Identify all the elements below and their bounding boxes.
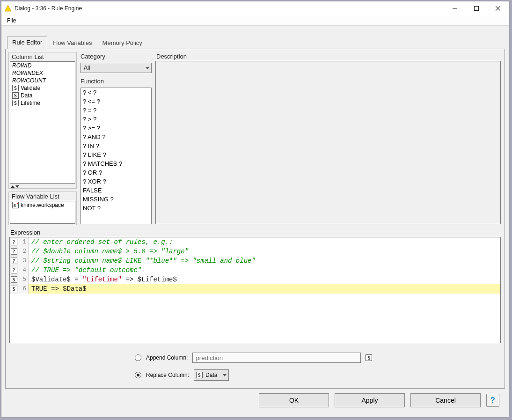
code-line[interactable]: S5$Validate$ = "Lifetime" => $Lifetime$ — [10, 275, 500, 284]
tabs-strip: Rule Editor Flow Variables Memory Policy — [5, 36, 505, 49]
line-number: 5 — [18, 275, 29, 284]
string-type-icon: S — [366, 354, 372, 361]
client-area: Rule Editor Flow Variables Memory Policy… — [1, 26, 509, 417]
column-list-item[interactable]: ROWINDEX — [10, 69, 75, 77]
column-list-item[interactable]: SValidate — [10, 84, 75, 92]
replace-column-radio[interactable] — [135, 372, 141, 378]
chevron-down-icon — [223, 374, 227, 376]
function-list-item[interactable]: ? = ? — [81, 106, 151, 115]
description-title: Description — [155, 52, 502, 61]
append-column-radio[interactable] — [135, 354, 141, 361]
tab-body: Column List ROWIDROWINDEXROWCOUNTSValida… — [5, 49, 505, 389]
string-type-icon: S — [12, 92, 19, 99]
function-list-item[interactable]: ? XOR ? — [81, 177, 151, 186]
window: Dialog - 3:36 - Rule Engine File Rule Ed… — [1, 1, 509, 417]
function-list-item[interactable]: FALSE — [81, 186, 151, 195]
replace-column-value: Data — [205, 372, 217, 378]
line-number: 1 — [18, 237, 29, 247]
column-list-item[interactable]: ROWCOUNT — [10, 77, 75, 84]
column-list[interactable]: ROWIDROWINDEXROWCOUNTSValidateSDataSLife… — [10, 61, 75, 184]
column-list-item-label: ROWCOUNT — [12, 77, 46, 84]
code-text[interactable]: $Validate$ = "Lifetime" => $Lifetime$ — [29, 275, 500, 284]
column-list-item[interactable]: SData — [10, 92, 75, 99]
column-list-item-label: ROWINDEX — [12, 70, 43, 76]
column-list-item-label: Lifetime — [21, 100, 40, 106]
dialog-footer: OK Apply Cancel ? — [5, 389, 505, 413]
append-column-label: Append Column: — [146, 354, 188, 361]
code-text[interactable]: TRUE => $Data$ — [29, 284, 500, 294]
app-icon — [4, 5, 12, 12]
svg-rect-2 — [475, 7, 479, 11]
function-list[interactable]: ? < ?? <= ?? = ?? > ?? >= ?? AND ?? IN ?… — [80, 88, 152, 224]
column-list-item[interactable]: ROWID — [10, 62, 75, 69]
expression-title: Expression — [8, 228, 502, 237]
svg-marker-0 — [5, 5, 11, 11]
function-list-item[interactable]: MISSING ? — [81, 195, 151, 204]
function-list-item[interactable]: ? > ? — [81, 115, 151, 124]
function-list-item[interactable]: ? MATCHES ? — [81, 159, 151, 168]
column-list-item-label: Data — [21, 92, 32, 99]
titlebar: Dialog - 3:36 - Rule Engine — [1, 1, 509, 15]
function-list-item[interactable]: ? < ? — [81, 88, 151, 97]
output-options: Append Column: S Replace Column: S Data — [8, 344, 502, 385]
function-list-item[interactable]: ? >= ? — [81, 124, 151, 133]
function-list-item[interactable]: ? AND ? — [81, 133, 151, 141]
window-title: Dialog - 3:36 - Rule Engine — [15, 5, 82, 12]
code-line[interactable]: ?3// $string column name$ LIKE "*blue*" … — [10, 256, 500, 265]
category-selected: All — [84, 65, 90, 71]
splitter-handle[interactable] — [9, 184, 76, 188]
function-list-item[interactable]: ? OR ? — [81, 168, 151, 177]
column-list-item-label: Validate — [21, 85, 40, 91]
code-line[interactable]: ?2// $double column name$ > 5.0 => "larg… — [10, 247, 500, 256]
column-list-title: Column List — [9, 52, 76, 61]
column-list-item-label: ROWID — [12, 62, 31, 69]
flow-variable-item[interactable]: sknime.workspace — [10, 201, 75, 209]
cancel-button[interactable]: Cancel — [410, 393, 481, 407]
code-line[interactable]: ?4// TRUE => "default outcome" — [10, 265, 500, 275]
function-list-item[interactable]: NOT ? — [81, 204, 151, 213]
code-text[interactable]: // TRUE => "default outcome" — [29, 265, 500, 275]
menu-file[interactable]: File — [4, 16, 19, 25]
help-button[interactable]: ? — [486, 394, 499, 407]
append-column-input[interactable] — [192, 353, 361, 363]
function-list-item[interactable]: ? LIKE ? — [81, 150, 151, 159]
flow-variable-icon: s — [12, 202, 19, 208]
string-type-icon: S — [12, 100, 19, 106]
category-select[interactable]: All — [80, 63, 152, 73]
line-number: 4 — [18, 265, 29, 275]
string-result-icon: S — [11, 276, 17, 283]
string-result-icon: S — [11, 286, 17, 292]
code-line[interactable]: ?1// enter ordered set of rules, e.g.: — [10, 237, 500, 247]
string-type-icon: S — [12, 85, 19, 91]
close-button[interactable] — [487, 1, 509, 15]
flow-variable-label: knime.workspace — [21, 202, 64, 208]
unknown-rule-icon: ? — [11, 258, 17, 264]
function-title: Function — [80, 77, 153, 86]
code-text[interactable]: // enter ordered set of rules, e.g.: — [29, 237, 500, 247]
flow-variable-list[interactable]: sknime.workspace — [10, 201, 75, 224]
unknown-rule-icon: ? — [11, 248, 17, 255]
ok-button[interactable]: OK — [259, 393, 329, 407]
replace-column-select[interactable]: S Data — [194, 369, 229, 381]
tab-rule-editor[interactable]: Rule Editor — [7, 37, 47, 49]
menubar: File — [1, 15, 509, 26]
line-number: 2 — [18, 247, 29, 256]
flow-var-list-title: Flow Variable List — [9, 192, 76, 201]
line-number: 3 — [18, 256, 29, 265]
tab-flow-variables[interactable]: Flow Variables — [47, 37, 97, 49]
code-line[interactable]: S6TRUE => $Data$ — [10, 284, 500, 294]
tab-memory-policy[interactable]: Memory Policy — [97, 37, 147, 49]
line-number: 6 — [18, 284, 29, 294]
category-title: Category — [80, 52, 153, 61]
apply-button[interactable]: Apply — [335, 393, 405, 407]
function-list-item[interactable]: ? IN ? — [81, 141, 151, 150]
column-list-item[interactable]: SLifetime — [10, 99, 75, 107]
function-list-item[interactable]: ? <= ? — [81, 97, 151, 106]
description-area[interactable] — [155, 61, 501, 224]
code-text[interactable]: // $string column name$ LIKE "*blue*" =>… — [29, 256, 500, 265]
minimize-button[interactable] — [444, 1, 466, 15]
expression-editor[interactable]: ?1// enter ordered set of rules, e.g.:?2… — [9, 237, 501, 343]
code-text[interactable]: // $double column name$ > 5.0 => "large" — [29, 247, 500, 256]
maximize-button[interactable] — [466, 1, 487, 15]
unknown-rule-icon: ? — [11, 239, 17, 245]
